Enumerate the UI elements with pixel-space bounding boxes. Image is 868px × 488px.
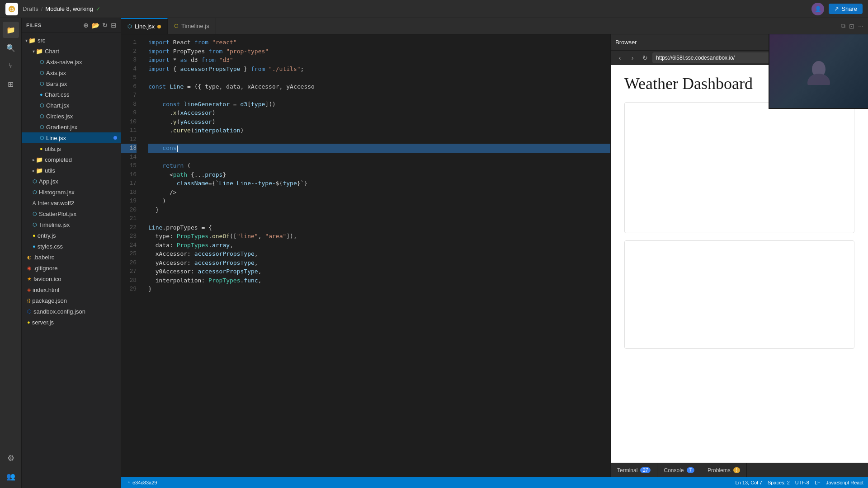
file-chart-jsx[interactable]: ⬡ Chart.jsx (22, 100, 121, 111)
browser-title: Browser (615, 39, 637, 46)
split-view-icon[interactable]: ⊡ (849, 23, 854, 30)
utils-label: utils (45, 167, 55, 174)
folder-icon: 📁 (36, 167, 43, 174)
jsx-icon: ⬡ (40, 103, 44, 108)
problems-tab[interactable]: Problems ! (701, 463, 746, 477)
git-icon: ⑂ (127, 480, 131, 485)
search-icon[interactable]: 🔍 (3, 40, 19, 56)
code-line: .y(yAccessor) (148, 117, 610, 127)
browser-panel: Browser ‹ › ↻ https://6l58l.sse.codesand… (610, 34, 868, 477)
verified-icon: ✓ (96, 6, 100, 12)
file-favicon[interactable]: ★ favicon.ico (22, 273, 121, 284)
settings-icon[interactable]: ⚙ (3, 450, 19, 466)
console-label: Console (664, 467, 684, 474)
jsx-icon: ⬡ (40, 81, 44, 87)
file-axis-naive[interactable]: ⬡ Axis-naive.jsx (22, 56, 121, 67)
file-histogram[interactable]: ⬡ Histogram.jsx (22, 187, 121, 197)
console-badge: 7 (687, 467, 695, 473)
code-line: /> (148, 188, 610, 197)
filename: App.jsx (39, 178, 58, 185)
tab-line-jsx[interactable]: ⬡ Line.jsx (121, 18, 168, 34)
file-sandbox-config[interactable]: ⬡ sandbox.config.json (22, 306, 121, 317)
file-line-jsx[interactable]: ⬡ Line.jsx (22, 132, 121, 143)
src-label: src (38, 37, 45, 44)
jsx-icon: ⬡ (40, 124, 44, 130)
file-scatterplot[interactable]: ⬡ ScatterPlot.jsx (22, 208, 121, 219)
src-folder[interactable]: ▾ 📁 src (22, 35, 121, 46)
jsx-icon: ⬡ (40, 59, 44, 65)
breadcrumb: Drafts / Module 8, working ✓ (23, 5, 100, 12)
explorer-header-label: Files (26, 23, 42, 28)
sandbox-icon: ⬡ (27, 309, 32, 314)
line-endings[interactable]: LF (815, 480, 821, 485)
terminal-badge: 27 (640, 467, 651, 473)
code-line: xAccessor: accessorPropsType, (148, 249, 610, 258)
collapse-icon[interactable]: ⊟ (111, 22, 117, 29)
browser-back-button[interactable]: ‹ (614, 52, 625, 63)
file-utils-js[interactable]: ● utils.js (22, 143, 121, 154)
font-icon: A (33, 200, 36, 206)
file-circles[interactable]: ⬡ Circles.jsx (22, 111, 121, 122)
git-branch-status[interactable]: ⑂ e34c83a29 (126, 480, 159, 485)
icon-sidebar: 📁 🔍 ⑂ ⊞ ⚙ 👥 (0, 18, 22, 488)
status-bar: ⑂ e34c83a29 Ln 13, Col 7 Spaces: 2 UTF-8… (121, 477, 868, 488)
file-gradient[interactable]: ⬡ Gradient.jsx (22, 122, 121, 132)
code-line: return ( (148, 161, 610, 170)
chart-folder[interactable]: ▾ 📁 Chart (22, 46, 121, 56)
filename: entry.js (38, 232, 56, 239)
file-gitignore[interactable]: ◉ .gitignore (22, 263, 121, 273)
file-styles[interactable]: ● styles.css (22, 241, 121, 252)
filename: Timeline.jsx (39, 221, 70, 228)
app-logo: CS (5, 3, 18, 15)
file-axis[interactable]: ⬡ Axis.jsx (22, 67, 121, 78)
browser-content: Weather Dashboard (611, 65, 868, 463)
encoding[interactable]: UTF-8 (795, 480, 809, 485)
language-mode[interactable]: JavaScript React (826, 480, 863, 485)
file-app[interactable]: ⬡ App.jsx (22, 176, 121, 187)
folder-icon: 📁 (28, 37, 36, 44)
file-babelrc[interactable]: ◐ .babelrc (22, 252, 121, 263)
filename: Chart.css (45, 91, 70, 98)
code-line: const Line = ({ type, data, xAccessor, y… (148, 82, 610, 91)
file-timeline[interactable]: ⬡ Timeline.jsx (22, 219, 121, 230)
extensions-icon[interactable]: ⊞ (3, 76, 19, 92)
file-package-json[interactable]: {} package.json (22, 295, 121, 306)
more-options-icon[interactable]: ··· (858, 23, 863, 30)
source-control-icon[interactable]: ⑂ (3, 58, 19, 74)
tab-timeline-js[interactable]: ⬡ Timeline.js (168, 18, 216, 34)
new-file-icon[interactable]: ⊕ (83, 22, 89, 29)
code-line (148, 135, 610, 144)
new-folder-icon[interactable]: 📂 (92, 22, 100, 29)
filename: Axis-naive.jsx (46, 59, 82, 66)
file-index-html[interactable]: ◈ index.html (22, 284, 121, 295)
code-line: import PropTypes from "prop-types" (148, 47, 610, 56)
browser-refresh-button[interactable]: ↻ (640, 52, 651, 63)
chevron-down-icon: ▾ (33, 49, 35, 54)
json-icon: {} (27, 298, 30, 303)
code-content[interactable]: import React from "react" import PropTyp… (141, 34, 610, 477)
spaces[interactable]: Spaces: 2 (768, 480, 790, 485)
share-button[interactable]: ↗ Share (829, 4, 863, 14)
jsx-icon: ⬡ (33, 178, 37, 184)
users-icon[interactable]: 👥 (3, 468, 19, 484)
jsx-icon: ⬡ (40, 113, 44, 119)
code-line: <path {...props} (148, 170, 610, 179)
file-server[interactable]: ● server.js (22, 317, 121, 328)
console-tab[interactable]: Console 7 (657, 463, 701, 477)
utils-folder[interactable]: ▸ 📁 utils (22, 165, 121, 176)
commit-hash: e34c83a29 (132, 480, 157, 485)
file-bars[interactable]: ⬡ Bars.jsx (22, 78, 121, 89)
browser-forward-button[interactable]: › (627, 52, 638, 63)
terminal-tab[interactable]: Terminal 27 (611, 463, 657, 477)
file-chart-css[interactable]: ● Chart.css (22, 89, 121, 100)
file-inter[interactable]: A Inter.var.woff2 (22, 197, 121, 208)
chart-folder-label: Chart (45, 48, 59, 55)
split-editor-icon[interactable]: ⧉ (841, 22, 845, 30)
refresh-icon[interactable]: ↻ (102, 22, 108, 29)
folder-icon: 📁 (36, 156, 43, 163)
ln-col[interactable]: Ln 13, Col 7 (736, 480, 762, 485)
completed-folder[interactable]: ▸ 📁 completed (22, 154, 121, 165)
file-entry[interactable]: ● entry.js (22, 230, 121, 241)
explorer-icon[interactable]: 📁 (3, 22, 19, 38)
jsx-icon: ⬡ (33, 211, 37, 217)
